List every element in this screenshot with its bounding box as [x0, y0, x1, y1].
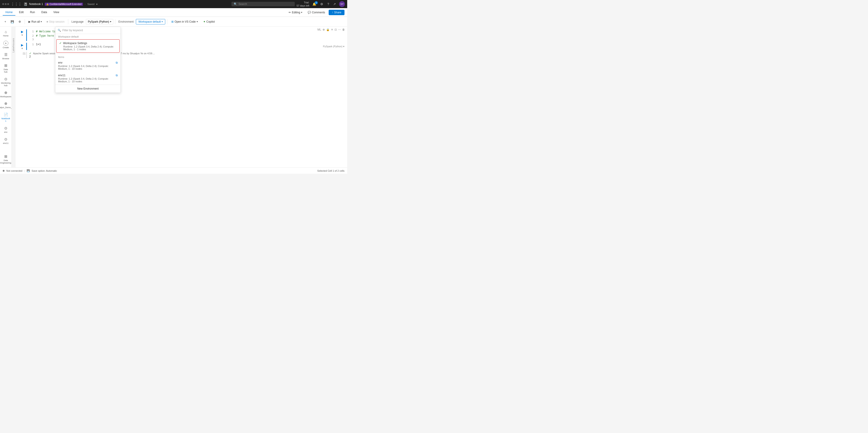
- add-cell-button[interactable]: +: [3, 19, 8, 24]
- notebook-icon: 📄: [4, 112, 8, 117]
- notebook-icon: 📓: [24, 2, 27, 6]
- env11-icon: ⊙: [4, 137, 7, 141]
- sidebar-item-label: Browse: [2, 57, 9, 60]
- external-link-icon[interactable]: ⧉: [116, 61, 118, 64]
- dot3: [7, 3, 9, 5]
- save-option-label: Save option: Automatic: [32, 169, 57, 172]
- pyspark-label: PySpark (Python): [88, 20, 109, 23]
- comments-button[interactable]: 💬 Comments: [306, 10, 327, 15]
- menu-tab-home[interactable]: Home: [3, 9, 16, 16]
- menu-tab-data[interactable]: Data: [39, 9, 50, 16]
- sidebar: ⌂ Home + Create ☰ Browse ⊞ Data hub ⊙ Mo…: [0, 27, 12, 167]
- play-icon: ▶: [29, 20, 31, 23]
- env-name: env11: [58, 74, 116, 77]
- run-cell-button[interactable]: ▶: [21, 30, 24, 33]
- env-item-env[interactable]: env Runtime: 1.2 (Spark 3.4, Delta 2.4);…: [55, 59, 121, 72]
- env-item-env11[interactable]: env11 Runtime: 1.2 (Spark 3.4, Delta 2.4…: [55, 72, 121, 85]
- chevron-down-icon: ▾: [110, 20, 111, 23]
- sidebar-item-label: Monitoring hub: [1, 82, 10, 87]
- shield-icon: 🔒: [46, 3, 49, 5]
- notebook-toolbar: + 💾 ⚙ ▶ Run all ▾ ■ Stop session Languag…: [0, 17, 347, 27]
- sidebar-item-monitoring[interactable]: ⊙ Monitoring hub: [1, 76, 11, 88]
- title-bar-left: ⋮⋮⋮ 📓 Notebook 1 🔒 Confidential\Microsof…: [2, 2, 230, 6]
- sidebar-item-datahub[interactable]: ⊞ Data hub: [1, 62, 11, 75]
- browse-icon: ☰: [4, 53, 7, 57]
- stop-session-button[interactable]: ■ Stop session: [44, 19, 66, 24]
- save-icon: 💾: [11, 20, 14, 23]
- workspace-dropdown: 🔍 Workspace default ✓ Workspace Settings…: [55, 27, 121, 93]
- help-icon[interactable]: ?: [327, 2, 330, 6]
- chevron-down-icon: ▾: [197, 20, 198, 23]
- check-icon: ✓: [59, 41, 62, 45]
- separator: -: [85, 2, 86, 6]
- lakehouses-panel[interactable]: Lakehouses: [12, 27, 16, 167]
- dropdown-search-input[interactable]: [62, 29, 118, 32]
- cell-language-label: PySpark (Python) ▾: [323, 45, 344, 48]
- workspace-settings-item[interactable]: ✓ Workspace Settings Runtime: 1.2 (Spark…: [56, 39, 120, 53]
- chevron-down-icon[interactable]: ▾: [96, 3, 97, 5]
- sidebar-item-workspaces[interactable]: ⊕ Workspaces: [1, 89, 11, 99]
- global-search-bar[interactable]: 🔍: [231, 2, 295, 6]
- dot2: [5, 3, 6, 5]
- save-option-icon: 💾: [27, 169, 30, 172]
- open-vscode-button[interactable]: ⊞ Open in VS Code ▾: [169, 19, 200, 24]
- copilot-icon: ✦: [203, 20, 206, 23]
- menu-tab-run[interactable]: Run: [27, 9, 38, 16]
- sidebar-item-label: Data hub: [2, 68, 10, 73]
- menu-tab-edit[interactable]: Edit: [16, 9, 26, 16]
- collapse-cell-button[interactable]: ▾: [22, 47, 23, 50]
- trial-info: Trial: 57 days left: [297, 1, 309, 7]
- sidebar-item-shuaijun[interactable]: ⊗ Shuaijun_Demo_Env: [1, 100, 11, 110]
- run-cell-button[interactable]: ▶: [21, 43, 24, 47]
- search-icon: 🔍: [234, 2, 237, 6]
- status-separator: |: [24, 169, 25, 172]
- title-bar-right: Trial: 57 days left 🔔 5 ⚙ ? ↗ SY: [297, 1, 345, 7]
- vscode-icon: ⊞: [171, 20, 174, 23]
- external-link-icon[interactable]: ⧉: [116, 74, 118, 77]
- language-label: Language: [70, 20, 85, 23]
- sidebar-item-browse[interactable]: ☰ Browse: [1, 51, 11, 61]
- dot1: [2, 3, 4, 5]
- run-all-button[interactable]: ▶ Run all ▾: [27, 19, 43, 24]
- item-name: Workspace Settings: [63, 41, 87, 45]
- editing-button[interactable]: ✏ Editing ▾: [287, 10, 304, 15]
- gear-icon: ⚙: [19, 20, 21, 23]
- language-selector[interactable]: PySpark (Python) ▾: [86, 19, 113, 24]
- title-bar: ⋮⋮⋮ 📓 Notebook 1 🔒 Confidential\Microsof…: [0, 0, 347, 8]
- sidebar-item-label: Home: [3, 35, 8, 37]
- items-label: Items: [55, 55, 121, 59]
- menu-bar-right: ✏ Editing ▾ 💬 Comments ↑ Share: [287, 10, 344, 15]
- sidebar-item-env[interactable]: ⊙ env: [1, 125, 11, 135]
- workspace-dropdown-button[interactable]: Workspace default ▾: [136, 19, 165, 24]
- collapse-cell-button[interactable]: ▾: [22, 33, 23, 37]
- cell-gutter: ▶ ▾: [18, 43, 26, 50]
- chevron-down-icon: ▾: [162, 20, 163, 23]
- sidebar-item-create[interactable]: + Create: [1, 39, 11, 50]
- monitor-icon: ⊙: [4, 77, 7, 81]
- feedback-icon[interactable]: ↗: [332, 2, 337, 6]
- copilot-button[interactable]: ✦ Copilot: [201, 19, 217, 24]
- settings-button[interactable]: ⚙: [17, 19, 23, 24]
- pencil-icon: ✏: [289, 11, 291, 14]
- app-grid-icon[interactable]: ⋮⋮⋮: [11, 2, 22, 6]
- item-subtitle: Runtime: 1.2 (Spark 3.4, Delta 2.4); Com…: [59, 45, 117, 51]
- avatar[interactable]: SY: [339, 1, 345, 7]
- sidebar-item-data-engineering[interactable]: ⊞ Data Engineering: [1, 153, 11, 166]
- window-controls[interactable]: [2, 3, 9, 5]
- dropdown-section-label: Workspace default: [55, 34, 121, 39]
- search-input[interactable]: [239, 2, 288, 6]
- new-environment-button[interactable]: New Environment: [55, 85, 121, 92]
- sidebar-item-home[interactable]: ⌂ Home: [1, 29, 11, 38]
- settings-icon[interactable]: ⚙: [319, 2, 324, 6]
- save-status: Saved: [88, 3, 94, 5]
- save-button[interactable]: 💾: [9, 19, 16, 24]
- sidebar-item-env11[interactable]: ⊙ env11: [1, 136, 11, 146]
- notifications-button[interactable]: 🔔 5: [311, 2, 317, 6]
- sidebar-item-notebook1[interactable]: 📄 Notebook 1: [1, 111, 11, 124]
- sidebar-item-label: Workspaces: [0, 95, 11, 98]
- menu-tab-view[interactable]: View: [51, 9, 62, 16]
- share-button[interactable]: ↑ Share: [329, 10, 344, 15]
- dropdown-search[interactable]: 🔍: [55, 27, 121, 34]
- data-eng-icon: ⊞: [4, 154, 7, 158]
- sidebar-item-label: Notebook 1: [1, 117, 10, 122]
